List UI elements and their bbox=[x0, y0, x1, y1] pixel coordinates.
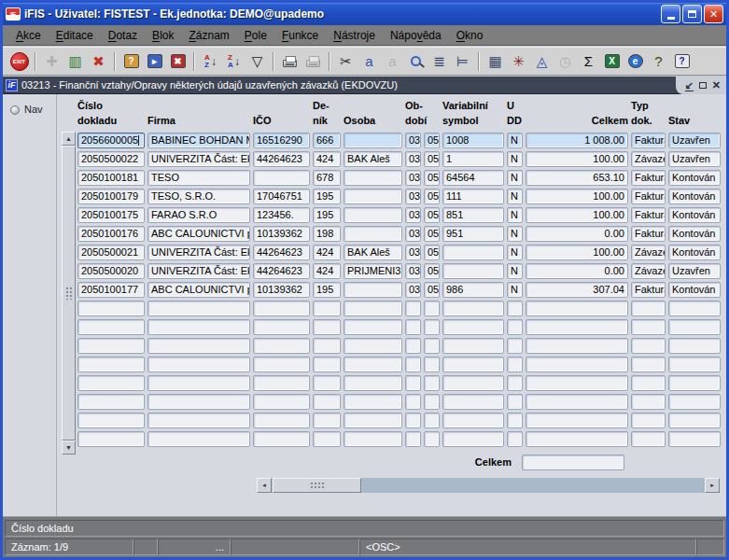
close-button[interactable]: ✕ bbox=[704, 5, 723, 23]
cell[interactable]: 05 bbox=[424, 263, 440, 279]
cell[interactable]: 03 bbox=[405, 282, 421, 298]
cell[interactable]: Uzavřen bbox=[668, 151, 721, 167]
cell[interactable] bbox=[631, 413, 666, 428]
cell[interactable] bbox=[405, 338, 421, 354]
menu-item-nastroje[interactable]: Nástroje bbox=[326, 27, 383, 44]
cell[interactable]: 03 bbox=[405, 263, 421, 279]
cell[interactable]: Faktura bbox=[631, 282, 666, 298]
cell[interactable] bbox=[77, 431, 145, 447]
help-button[interactable]: ? bbox=[670, 50, 694, 73]
scroll-right-button[interactable]: ▸ bbox=[705, 478, 720, 493]
cell[interactable]: 03 bbox=[405, 226, 421, 242]
cell[interactable]: Uzavřen bbox=[668, 263, 721, 279]
cell[interactable]: Závazek bbox=[631, 151, 666, 167]
cell[interactable] bbox=[343, 319, 402, 335]
menu-item-napoveda[interactable]: Nápověda bbox=[383, 27, 449, 44]
cell[interactable] bbox=[424, 394, 440, 410]
cell[interactable] bbox=[147, 338, 250, 354]
sort-ascending-button[interactable]: AZ↓ bbox=[199, 50, 222, 73]
menu-item-pole[interactable]: Pole bbox=[237, 27, 274, 44]
cut-button[interactable]: ✂ bbox=[334, 50, 357, 73]
cell[interactable] bbox=[343, 189, 402, 204]
cell[interactable]: 100.00 bbox=[526, 189, 628, 204]
cell[interactable]: TESO, S.R.O. bbox=[147, 189, 250, 204]
navigator-wheel-button[interactable]: ✳ bbox=[507, 50, 530, 73]
cell[interactable]: BAK Aleš bbox=[343, 151, 402, 167]
cell[interactable]: 195 bbox=[313, 189, 341, 204]
cell[interactable]: Faktura bbox=[631, 133, 666, 148]
cell[interactable]: Kontován bbox=[668, 245, 721, 260]
cell[interactable] bbox=[405, 394, 421, 410]
cell[interactable] bbox=[77, 319, 145, 335]
cell[interactable] bbox=[424, 431, 440, 447]
cell[interactable] bbox=[442, 263, 504, 279]
cell[interactable] bbox=[442, 301, 504, 316]
execute-query-button[interactable]: ▸ bbox=[143, 50, 166, 73]
cell[interactable]: Faktura bbox=[631, 189, 666, 204]
cell[interactable]: N bbox=[507, 170, 523, 186]
cell[interactable]: 111 bbox=[442, 189, 504, 204]
cell[interactable]: 195 bbox=[313, 207, 341, 223]
cell[interactable]: 123456. bbox=[253, 207, 310, 223]
cell[interactable]: 2050500022 bbox=[77, 151, 145, 167]
cell[interactable] bbox=[442, 413, 504, 428]
cell[interactable]: 05 bbox=[424, 245, 440, 260]
cell[interactable]: Kontován bbox=[668, 282, 721, 298]
cell[interactable]: 03 bbox=[405, 133, 421, 148]
cell[interactable] bbox=[253, 394, 310, 410]
cell[interactable]: 851 bbox=[442, 207, 504, 223]
cell[interactable] bbox=[526, 301, 628, 316]
cell[interactable]: 03 bbox=[405, 245, 421, 260]
total-field[interactable] bbox=[522, 455, 624, 470]
cell[interactable] bbox=[77, 301, 145, 316]
cell[interactable] bbox=[405, 301, 421, 316]
menu-item-akce[interactable]: Akce bbox=[8, 27, 49, 44]
cell[interactable] bbox=[147, 394, 250, 410]
form-title-bar[interactable]: iF 03213 - Finanční vztahy/Opravy někter… bbox=[3, 77, 726, 94]
cell[interactable]: UNIVERZITA Část: EkF bbox=[147, 245, 250, 260]
cell[interactable]: Kontován bbox=[668, 189, 721, 204]
cell[interactable] bbox=[424, 319, 440, 335]
cell[interactable] bbox=[507, 319, 523, 335]
cell[interactable] bbox=[424, 413, 440, 428]
monitor-prism-button[interactable]: ◬ bbox=[530, 50, 554, 73]
cell[interactable]: Uzavřen bbox=[668, 133, 721, 148]
cell[interactable]: 307.04 bbox=[526, 282, 628, 298]
cell[interactable]: Kontován bbox=[668, 226, 721, 242]
cell[interactable] bbox=[253, 338, 310, 354]
cell[interactable] bbox=[253, 431, 310, 447]
cell[interactable]: 198 bbox=[313, 226, 341, 242]
cell[interactable] bbox=[253, 375, 310, 391]
cell[interactable]: 0.00 bbox=[526, 263, 628, 279]
title-bar[interactable]: iF iFIS - Uživatel: FISTEST - Ek.jednotk… bbox=[3, 3, 726, 25]
cell[interactable] bbox=[343, 375, 402, 391]
cell[interactable] bbox=[343, 226, 402, 242]
sort-descending-button[interactable]: ZA↓ bbox=[222, 50, 245, 73]
cell[interactable]: Kontován bbox=[668, 170, 721, 186]
cell[interactable] bbox=[343, 207, 402, 223]
cell[interactable]: 05 bbox=[424, 189, 440, 204]
cell[interactable] bbox=[424, 375, 440, 391]
cell[interactable] bbox=[526, 338, 628, 354]
cell[interactable] bbox=[526, 357, 628, 372]
cell[interactable] bbox=[442, 319, 504, 335]
cell[interactable] bbox=[424, 338, 440, 354]
cell[interactable] bbox=[631, 431, 666, 447]
cell[interactable]: 03 bbox=[405, 189, 421, 204]
cell[interactable] bbox=[313, 394, 341, 410]
cell[interactable] bbox=[631, 394, 666, 410]
cell[interactable]: 666 bbox=[313, 133, 341, 148]
cell[interactable] bbox=[668, 375, 721, 391]
cell[interactable]: 03 bbox=[405, 170, 421, 186]
cell[interactable]: 03 bbox=[405, 151, 421, 167]
cell[interactable] bbox=[526, 394, 628, 410]
cell[interactable]: N bbox=[507, 263, 523, 279]
export-excel-button[interactable]: X bbox=[600, 50, 624, 73]
cell[interactable] bbox=[526, 319, 628, 335]
cell[interactable] bbox=[442, 431, 504, 447]
cell[interactable]: 44264623 bbox=[253, 245, 310, 260]
form-close-button[interactable]: ✕ bbox=[712, 80, 721, 91]
cell[interactable]: 100.00 bbox=[526, 151, 628, 167]
horizontal-scroll-thumb[interactable] bbox=[273, 478, 361, 493]
cell[interactable]: N bbox=[507, 151, 523, 167]
